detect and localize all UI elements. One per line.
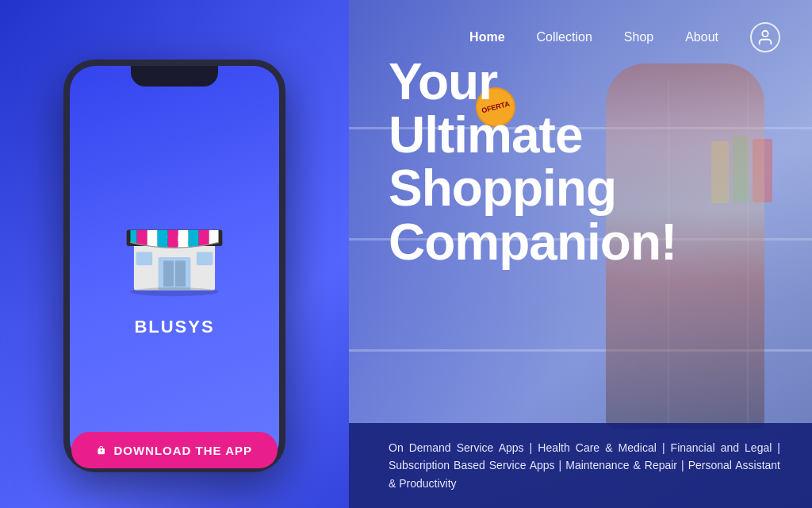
- download-app-button[interactable]: DOWNLOAD THE APP: [71, 432, 278, 468]
- hero-line2: Ultimate: [389, 109, 780, 162]
- store-icon: STORE: [115, 194, 234, 298]
- page-wrapper: Home Collection Shop About: [0, 0, 812, 508]
- svg-rect-18: [197, 252, 213, 265]
- app-name-label: BLUSYS: [134, 317, 214, 337]
- left-panel: STORE: [0, 0, 349, 508]
- svg-rect-14: [159, 257, 191, 291]
- hero-line3: Shopping: [389, 162, 780, 215]
- phone-mockup: STORE: [63, 60, 285, 472]
- hero-heading: Your Ultimate Shopping Companion!: [389, 56, 780, 269]
- svg-point-0: [762, 31, 768, 37]
- phone-screen: STORE: [70, 66, 279, 466]
- nav-about[interactable]: About: [685, 30, 718, 44]
- svg-rect-15: [163, 261, 174, 287]
- bottom-description-bar: On Demand Service Apps | Health Care & M…: [349, 423, 812, 508]
- nav-shop[interactable]: Shop: [624, 30, 653, 44]
- svg-point-19: [130, 287, 218, 296]
- hero-line4: Companion!: [389, 216, 780, 269]
- user-account-icon[interactable]: [750, 22, 780, 52]
- bottom-bar-text: On Demand Service Apps | Health Care & M…: [389, 439, 780, 492]
- lock-icon: [97, 443, 105, 457]
- svg-rect-16: [175, 261, 186, 287]
- nav-home[interactable]: Home: [469, 30, 504, 44]
- nav-collection[interactable]: Collection: [537, 30, 592, 44]
- svg-rect-17: [136, 252, 152, 265]
- header: Home Collection Shop About: [0, 0, 812, 75]
- download-label: DOWNLOAD THE APP: [113, 444, 252, 457]
